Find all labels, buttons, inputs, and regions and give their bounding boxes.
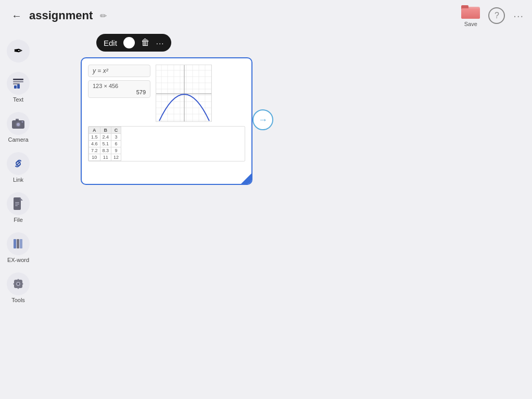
svg-point-23 — [17, 283, 19, 285]
pen-icon: ✒ — [7, 40, 30, 63]
svg-rect-8 — [17, 84, 20, 89]
svg-rect-19 — [17, 239, 19, 248]
sidebar-item-link[interactable]: Link — [3, 149, 34, 186]
file-label: File — [14, 217, 23, 223]
exword-label: EX-word — [7, 257, 29, 263]
sidebar-item-exword[interactable]: EX-word — [3, 229, 34, 266]
sidebar-item-file[interactable]: File — [3, 189, 34, 226]
card-corner-decoration — [241, 173, 251, 184]
text-label: Text — [13, 96, 23, 103]
svg-rect-15 — [15, 202, 19, 203]
link-icon — [7, 152, 30, 175]
header-left: ← assignment ✏ — [8, 7, 461, 24]
toolbar-more-button[interactable]: ··· — [156, 39, 164, 47]
save-button[interactable]: Save — [461, 4, 480, 27]
delete-button[interactable]: 🗑 — [141, 38, 150, 48]
edit-button[interactable]: Edit — [104, 39, 117, 47]
calc-expression: 123 × 456 — [93, 83, 146, 89]
svg-rect-5 — [13, 81, 23, 82]
calculator-display: 123 × 456 579 — [88, 80, 150, 98]
svg-rect-7 — [14, 85, 17, 89]
sidebar-item-tools[interactable]: Tools — [3, 269, 34, 306]
header: ← assignment ✏ S — [0, 0, 532, 31]
svg-rect-18 — [14, 239, 16, 248]
calc-result: 579 — [93, 89, 146, 95]
link-label: Link — [13, 177, 23, 183]
tools-label: Tools — [11, 297, 25, 303]
card-left-section: y = x² 123 × 456 579 — [88, 65, 150, 98]
header-right: Save ? ··· — [461, 4, 524, 27]
file-icon — [7, 192, 30, 215]
svg-point-13 — [22, 121, 23, 123]
svg-point-26 — [14, 283, 15, 285]
sidebar: ✒ Text Camera Link File EX-word Tools — [0, 31, 36, 399]
svg-point-24 — [18, 279, 19, 281]
page-title: assignment — [29, 9, 93, 22]
next-button[interactable]: → — [252, 109, 273, 130]
camera-label: Camera — [8, 136, 28, 143]
svg-rect-3 — [461, 8, 480, 19]
color-picker-button[interactable] — [123, 37, 135, 48]
camera-icon — [7, 112, 30, 135]
card-top-section: y = x² 123 × 456 579 — [88, 65, 245, 122]
graph-display — [156, 65, 212, 122]
svg-rect-16 — [15, 204, 19, 205]
help-button[interactable]: ? — [488, 7, 505, 24]
more-options-button[interactable]: ··· — [513, 10, 524, 22]
svg-point-25 — [18, 288, 19, 289]
back-button[interactable]: ← — [8, 7, 25, 24]
svg-rect-17 — [15, 205, 18, 206]
save-folder-icon — [461, 4, 480, 20]
text-icon — [7, 72, 30, 95]
svg-rect-20 — [20, 239, 22, 248]
svg-rect-12 — [16, 119, 19, 121]
exword-icon — [7, 232, 30, 255]
svg-rect-4 — [13, 79, 23, 80]
sidebar-item-text[interactable]: Text — [3, 69, 34, 106]
sidebar-item-pen[interactable]: ✒ — [3, 36, 34, 66]
svg-point-11 — [17, 123, 20, 126]
formula-display: y = x² — [88, 65, 150, 77]
card-toolbar: Edit 🗑 ··· — [96, 34, 171, 52]
data-table: ABC 1.52.43 4.65.16 7.28.39 101112 — [88, 126, 245, 161]
sidebar-item-camera[interactable]: Camera — [3, 109, 34, 146]
edit-title-icon[interactable]: ✏ — [97, 9, 109, 22]
content-card: y = x² 123 × 456 579 — [81, 57, 252, 185]
svg-rect-6 — [13, 83, 20, 84]
tools-icon — [7, 272, 30, 295]
save-label: Save — [464, 21, 477, 27]
svg-point-27 — [22, 283, 23, 285]
